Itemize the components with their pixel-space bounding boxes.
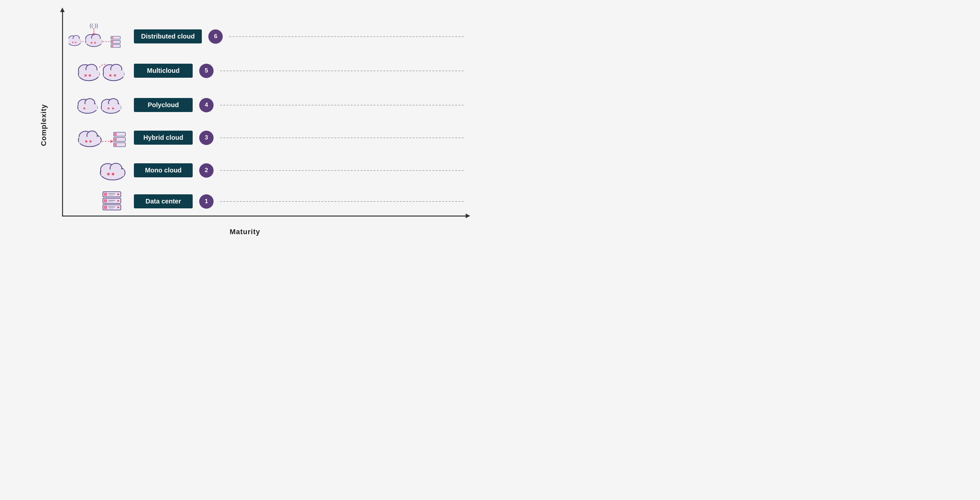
- label-data-center: Data center: [134, 194, 192, 209]
- icon-mono-cloud: [68, 159, 127, 182]
- hybrid-cloud-icon: [75, 126, 127, 149]
- svg-rect-6: [104, 199, 107, 202]
- svg-point-39: [83, 107, 85, 110]
- badge-1: 1: [199, 194, 213, 209]
- svg-rect-65: [86, 38, 102, 44]
- dashed-4: [220, 105, 464, 105]
- svg-rect-32: [114, 138, 116, 141]
- icon-multicloud: [68, 58, 127, 84]
- svg-rect-8: [108, 202, 113, 202]
- label-distributed-cloud: Distributed cloud: [134, 29, 202, 43]
- row-multicloud: Multicloud 5: [68, 58, 464, 84]
- svg-rect-24: [79, 137, 100, 143]
- svg-rect-79: [111, 41, 113, 43]
- svg-point-4: [117, 193, 119, 195]
- svg-rect-77: [111, 37, 113, 38]
- y-axis: [62, 11, 63, 217]
- badge-3: 3: [199, 131, 213, 145]
- svg-rect-1: [104, 193, 107, 196]
- row-mono-cloud: Mono cloud 2: [68, 159, 464, 182]
- label-mono-cloud: Mono cloud: [134, 163, 192, 177]
- row-polycloud: Polycloud 4: [68, 94, 464, 116]
- dashed-6: [229, 36, 464, 37]
- x-axis: [62, 215, 467, 217]
- svg-point-50: [84, 74, 87, 76]
- svg-rect-30: [114, 133, 116, 135]
- svg-point-58: [114, 74, 116, 76]
- badge-5: 5: [199, 64, 213, 78]
- icon-hybrid-cloud: [68, 126, 127, 149]
- icon-polycloud: [68, 94, 127, 116]
- svg-point-14: [117, 206, 119, 209]
- row-hybrid-cloud: Hybrid cloud 3: [68, 126, 464, 149]
- server-icon: [101, 188, 127, 215]
- badge-4: 4: [199, 98, 213, 112]
- polycloud-icon: [75, 94, 127, 116]
- svg-point-25: [85, 140, 88, 142]
- row-data-center: Data center 1: [68, 188, 464, 215]
- svg-point-20: [112, 173, 114, 175]
- svg-rect-3: [108, 195, 113, 196]
- svg-rect-43: [102, 104, 121, 110]
- row-distributed-cloud: ((·)): [68, 22, 464, 51]
- label-polycloud: Polycloud: [134, 98, 192, 112]
- dashed-5: [220, 70, 464, 71]
- icon-data-center: [68, 188, 127, 215]
- badge-6: 6: [208, 29, 223, 44]
- badge-2: 2: [199, 163, 213, 178]
- svg-text:((·)): ((·)): [89, 22, 98, 29]
- dashed-2: [220, 170, 464, 171]
- svg-point-26: [89, 140, 92, 142]
- svg-rect-34: [114, 143, 116, 146]
- svg-point-73: [72, 41, 73, 43]
- svg-rect-72: [68, 39, 81, 43]
- svg-rect-12: [108, 206, 115, 207]
- svg-marker-28: [110, 140, 114, 143]
- svg-rect-2: [108, 193, 115, 194]
- svg-point-19: [107, 173, 110, 175]
- label-multicloud: Multicloud: [134, 64, 192, 78]
- svg-rect-7: [108, 200, 115, 201]
- svg-rect-11: [104, 206, 107, 209]
- y-axis-label: Complexity: [40, 104, 48, 146]
- chart-container: Complexity Maturity: [16, 8, 474, 243]
- dashed-1: [220, 201, 464, 202]
- svg-point-51: [89, 74, 91, 76]
- svg-rect-81: [111, 45, 113, 47]
- svg-point-57: [110, 74, 112, 76]
- x-axis-label: Maturity: [229, 228, 260, 236]
- multicloud-icon: [75, 58, 127, 84]
- svg-point-9: [117, 200, 119, 202]
- svg-point-74: [75, 41, 76, 43]
- svg-point-44: [107, 107, 110, 110]
- mono-cloud-icon: [98, 159, 127, 182]
- svg-point-67: [94, 42, 96, 43]
- label-hybrid-cloud: Hybrid cloud: [134, 131, 192, 145]
- dashed-3: [220, 137, 464, 138]
- svg-point-45: [112, 107, 114, 110]
- icon-distributed-cloud: ((·)): [68, 22, 127, 51]
- svg-point-66: [91, 42, 92, 43]
- distributed-cloud-icon: ((·)): [68, 22, 127, 51]
- svg-rect-13: [108, 208, 113, 209]
- svg-rect-38: [78, 104, 97, 110]
